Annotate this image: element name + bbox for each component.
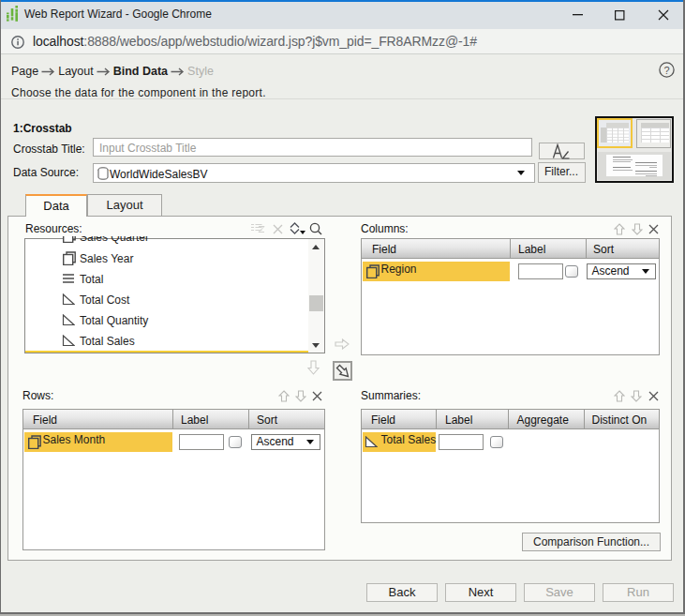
svg-text:?: ?: [663, 65, 669, 76]
